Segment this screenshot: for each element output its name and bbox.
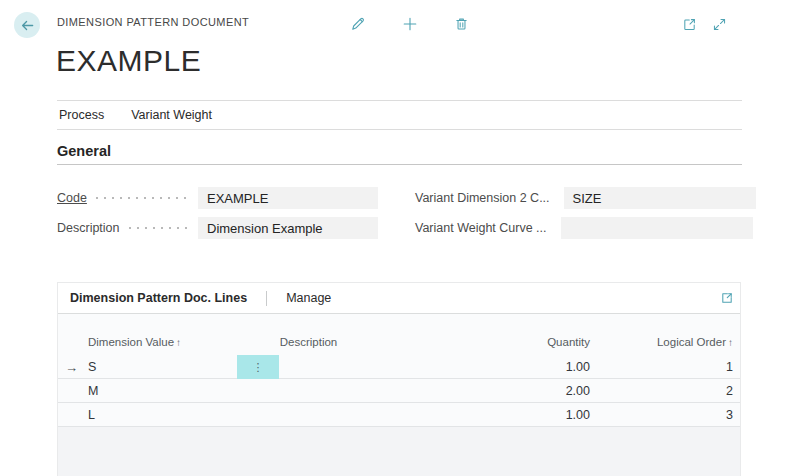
lines-part: Dimension Pattern Doc. Lines Manage Dime… <box>57 282 741 476</box>
column-header-logical-order[interactable]: Logical Order↑ <box>600 336 740 348</box>
dotted-leader <box>126 227 190 229</box>
menu-item-variant-weight[interactable]: Variant Weight <box>131 108 212 122</box>
edit-icon[interactable] <box>350 16 366 32</box>
cell-quantity[interactable]: 1.00 <box>380 408 600 422</box>
vertical-ellipsis-icon: ⋮ <box>253 362 264 373</box>
cell-quantity[interactable]: 1.00 <box>380 360 600 374</box>
cell-logical-order[interactable]: 3 <box>600 408 740 422</box>
window-bar <box>682 17 727 32</box>
page-title: EXAMPLE <box>56 44 201 78</box>
table-header-row: Dimension Value↑ Description Quantity Lo… <box>58 314 740 355</box>
field-variant-dimension-2-label: Variant Dimension 2 C... <box>415 191 550 205</box>
field-description-input[interactable]: Dimension Example <box>198 217 378 239</box>
sort-ascending-icon: ↑ <box>728 337 733 348</box>
field-variant-dimension-2-input[interactable]: SIZE <box>564 187 756 209</box>
lines-part-header: Dimension Pattern Doc. Lines Manage <box>58 283 740 314</box>
lines-table: Dimension Value↑ Description Quantity Lo… <box>58 314 740 476</box>
action-bar <box>350 16 469 32</box>
vertical-divider <box>266 291 267 306</box>
column-header-description[interactable]: Description <box>237 336 380 348</box>
cell-options-button[interactable]: ⋮ <box>237 355 279 379</box>
table-row[interactable]: M 2.00 2 <box>58 379 740 403</box>
new-icon[interactable] <box>402 16 418 32</box>
cell-logical-order[interactable]: 2 <box>600 384 740 398</box>
popout-icon[interactable] <box>682 17 697 32</box>
field-variant-weight-curve: Variant Weight Curve ... <box>415 217 742 239</box>
field-variant-weight-curve-input[interactable] <box>561 217 753 239</box>
menubar: Process Variant Weight <box>57 100 742 130</box>
lines-part-title[interactable]: Dimension Pattern Doc. Lines <box>70 291 247 305</box>
column-header-dimension-value[interactable]: Dimension Value↑ <box>86 336 237 348</box>
field-code: Code EXAMPLE <box>57 187 378 209</box>
field-code-input[interactable]: EXAMPLE <box>198 187 378 209</box>
menu-item-process[interactable]: Process <box>59 108 104 122</box>
expand-icon[interactable] <box>712 17 727 32</box>
active-row-marker: → <box>58 360 86 375</box>
field-variant-dimension-2: Variant Dimension 2 C... SIZE <box>415 187 742 209</box>
section-divider <box>57 164 742 165</box>
field-description: Description Dimension Example <box>57 217 378 239</box>
arrow-left-icon <box>20 18 35 33</box>
section-general-heading[interactable]: General <box>57 143 111 159</box>
field-description-label: Description <box>57 221 120 235</box>
field-variant-weight-curve-label: Variant Weight Curve ... <box>415 221 547 235</box>
cell-logical-order[interactable]: 1 <box>600 360 740 374</box>
cell-dimension-value[interactable]: L <box>86 408 237 422</box>
page-caption: DIMENSION PATTERN DOCUMENT <box>57 16 249 28</box>
cell-quantity[interactable]: 2.00 <box>380 384 600 398</box>
cell-dimension-value[interactable]: M <box>86 384 237 398</box>
column-header-quantity[interactable]: Quantity <box>380 336 600 348</box>
dotted-leader <box>93 197 190 199</box>
table-row[interactable]: L 1.00 3 <box>58 403 740 427</box>
table-empty-area <box>58 427 740 476</box>
delete-icon[interactable] <box>454 16 469 32</box>
arrow-right-icon: → <box>58 360 78 375</box>
sort-ascending-icon: ↑ <box>176 337 181 348</box>
table-row[interactable]: → S ⋮ 1.00 1 <box>58 355 740 379</box>
part-popout-icon[interactable] <box>720 291 734 305</box>
lines-manage-menu[interactable]: Manage <box>286 291 331 305</box>
back-button[interactable] <box>14 12 40 38</box>
cell-description[interactable]: ⋮ <box>237 355 380 379</box>
field-code-label[interactable]: Code <box>57 191 87 205</box>
cell-dimension-value[interactable]: S <box>86 360 237 374</box>
